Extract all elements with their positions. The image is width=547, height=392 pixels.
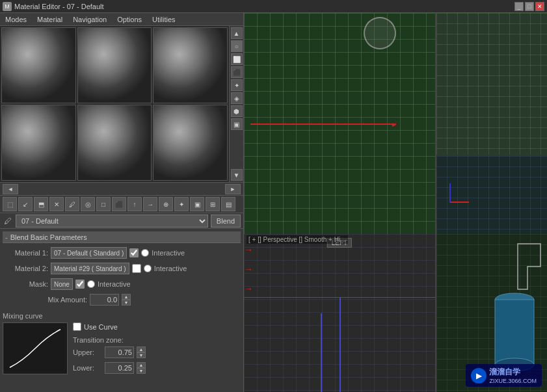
material2-checkbox[interactable] <box>132 264 141 273</box>
lower-down-button[interactable]: ▼ <box>137 368 146 374</box>
put-to-scene-button[interactable]: ⬒ <box>34 197 48 211</box>
top-viewports: ► <box>244 13 547 234</box>
red-axis-h: ► <box>244 124 435 125</box>
mix-amount-input[interactable] <box>90 294 119 306</box>
bg-icon[interactable]: ▣ <box>231 118 243 130</box>
use-curve-checkbox[interactable] <box>73 322 81 331</box>
blend-button[interactable]: Blend <box>211 215 241 228</box>
params-panel: - Blend Basic Parameters Material 1: 07 … <box>0 229 243 309</box>
sample-type-button[interactable]: ⊕ <box>159 197 173 211</box>
menu-material[interactable]: Material <box>34 14 65 25</box>
mixing-curve-label: Mixing curve <box>3 312 241 320</box>
put-material-button[interactable]: ↙ <box>18 197 33 211</box>
material-dropdown[interactable]: 07 - Default <box>16 215 208 228</box>
upper-up-button[interactable]: ▲ <box>137 346 146 352</box>
mesh-line-h <box>244 297 435 298</box>
mask-checkbox[interactable] <box>75 280 85 289</box>
minimize-button[interactable]: _ <box>514 2 524 11</box>
params-header: - Blend Basic Parameters <box>3 231 241 243</box>
upper-input[interactable] <box>105 346 134 358</box>
watermark-text: 溜溜自学 ZIXUE.3066.COM <box>489 367 537 384</box>
show-end-result-button[interactable]: ⬛ <box>112 197 126 211</box>
mesh-line-v <box>340 297 341 392</box>
delete-material-button[interactable]: ✕ <box>49 197 64 211</box>
collapse-icon[interactable]: - <box>5 233 8 241</box>
background-toggle-button[interactable]: ▣ <box>190 197 204 211</box>
menu-utilities[interactable]: Utilities <box>150 14 178 25</box>
mask-button[interactable]: None <box>51 278 73 290</box>
title-bar: M Material Editor - 07 - Default _ □ ✕ <box>0 0 547 13</box>
material1-button[interactable]: 07 - Default ( Standard ) <box>51 247 127 259</box>
mix-amount-label: Mix Amount: <box>3 296 87 304</box>
env-icon[interactable]: ⬢ <box>231 105 243 117</box>
material2-radio[interactable] <box>144 265 152 272</box>
top-left-viewport[interactable]: ► <box>244 13 436 234</box>
view-cylinder-icon[interactable]: ⬜ <box>231 53 243 65</box>
scroll-down-button[interactable]: ▼ <box>231 169 243 181</box>
pick-material-button[interactable]: 🖊 <box>65 197 79 211</box>
mesh-line-v2 <box>321 313 322 393</box>
material1-radio[interactable] <box>141 249 149 257</box>
lower-up-button[interactable]: ▲ <box>137 362 146 368</box>
curve-canvas[interactable] <box>3 322 68 374</box>
menu-options[interactable]: Options <box>114 14 144 25</box>
lower-spinner: ▲ ▼ <box>137 362 146 374</box>
window-title: Material Editor - 07 - Default <box>14 3 104 10</box>
get-material-button[interactable]: ⬚ <box>3 197 17 211</box>
maximize-button[interactable]: □ <box>525 2 534 11</box>
dropper-icon: 🖊 <box>3 216 13 226</box>
corner-shape <box>514 241 547 294</box>
upper-row: Upper: ▲ ▼ <box>73 346 146 358</box>
app-icon: M <box>3 2 12 11</box>
watermark-logo: ▶ <box>471 368 487 384</box>
material1-row: Material 1: 07 - Default ( Standard ) In… <box>3 246 241 260</box>
mask-radio[interactable] <box>87 280 95 288</box>
material-sphere-3[interactable] <box>153 27 228 103</box>
close-button[interactable]: ✕ <box>535 2 544 11</box>
material1-label: Material 1: <box>3 249 48 257</box>
material-sphere-6[interactable] <box>153 105 228 181</box>
material-effects-button[interactable]: ◎ <box>81 197 95 211</box>
window-controls: _ □ ✕ <box>514 2 544 11</box>
red-arrow-indicator-2: → <box>244 264 253 274</box>
material-sphere-4[interactable] <box>1 105 76 181</box>
video-color-button[interactable]: ▤ <box>221 197 235 211</box>
params-title: Blend Basic Parameters <box>10 233 87 241</box>
material-sphere-5[interactable] <box>77 105 152 181</box>
watermark: ▶ 溜溜自学 ZIXUE.3066.COM <box>466 364 542 387</box>
render-icon[interactable]: ◈ <box>231 92 243 104</box>
material-preview-area: ▲ ○ ⬜ ⬛ ✦ ◈ ⬢ ▣ ▼ <box>0 26 243 182</box>
upper-down-button[interactable]: ▼ <box>137 352 146 358</box>
lower-input[interactable] <box>105 362 134 374</box>
menu-modes[interactable]: Modes <box>3 14 29 25</box>
material-sphere-2[interactable] <box>77 27 152 103</box>
mix-amount-down-button[interactable]: ▼ <box>122 300 131 306</box>
material2-button[interactable]: Material #29 ( Standard ) <box>51 263 129 274</box>
prev-page-button[interactable]: ◄ <box>3 184 18 194</box>
curve-svg <box>3 323 67 374</box>
backlight-toggle-button[interactable]: ✦ <box>174 197 189 211</box>
top-right-viewport[interactable] <box>436 13 547 234</box>
checkered-button[interactable]: ⊞ <box>206 197 220 211</box>
bottom-left-viewport[interactable]: LEFT <box>244 234 436 392</box>
material1-checkbox[interactable] <box>129 248 139 257</box>
next-page-button[interactable]: ► <box>225 184 241 194</box>
use-curve-label: Use Curve <box>84 323 118 331</box>
view-box-icon[interactable]: ⬛ <box>231 66 243 78</box>
go-forward-button[interactable]: → <box>143 197 157 211</box>
transition-zone-label: Transition zone: <box>73 336 146 344</box>
show-map-button[interactable]: □ <box>96 197 111 211</box>
scroll-up-button[interactable]: ▲ <box>231 27 243 39</box>
material2-row: Material 2: Material #29 ( Standard ) In… <box>3 261 241 276</box>
backlight-icon[interactable]: ✦ <box>231 79 243 91</box>
small-grid-bottom <box>436 156 547 234</box>
red-arrow-indicator-3: → <box>244 283 253 294</box>
mix-amount-up-button[interactable]: ▲ <box>122 294 131 300</box>
menu-navigation[interactable]: Navigation <box>70 14 109 25</box>
view-sphere-icon[interactable]: ○ <box>231 40 243 52</box>
material-sphere-1[interactable] <box>1 27 76 103</box>
mask-interactive-label: Interactive <box>98 280 131 288</box>
go-to-parent-button[interactable]: ↑ <box>127 197 142 211</box>
toolbar-row: ⬚ ↙ ⬒ ✕ 🖊 ◎ □ ⬛ ↑ → ⊕ ✦ ▣ ⊞ ▤ ▶ <box>0 195 243 213</box>
lower-label: Lower: <box>73 364 102 372</box>
